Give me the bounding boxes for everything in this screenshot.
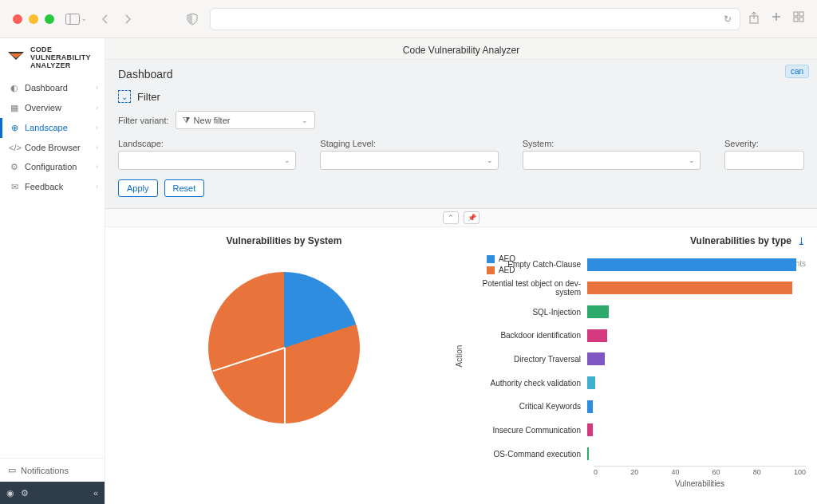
sidebar-item-feedback[interactable]: ✉ Feedback › bbox=[0, 177, 105, 197]
funnel-icon: ⧩ bbox=[183, 115, 190, 125]
sidebar-item-dashboard[interactable]: ◐ Dashboard › bbox=[0, 78, 105, 98]
address-bar[interactable]: ↻ bbox=[210, 8, 740, 30]
notifications-link[interactable]: ▭ Notifications bbox=[0, 458, 105, 482]
x-tick: 80 bbox=[753, 468, 761, 476]
logo-text: CODE VULNERABILITY ANALYZER bbox=[30, 46, 91, 70]
app-title-bar: Code Vulnerability Analyzer bbox=[105, 38, 817, 60]
chevron-right-icon: › bbox=[96, 104, 98, 112]
chevron-down-icon: ⌄ bbox=[284, 156, 290, 164]
svg-rect-4 bbox=[799, 12, 803, 16]
minimize-window-button[interactable] bbox=[29, 14, 38, 24]
sidebar-item-label: Code Browser bbox=[25, 143, 81, 152]
vulnerabilities-by-type-panel: Vulnerabilities by type ⤓ nts Action Emp… bbox=[460, 235, 806, 488]
collapse-panel-icon[interactable]: ⌃ bbox=[443, 211, 459, 224]
sidebar-item-label: Overview bbox=[25, 103, 61, 112]
share-icon[interactable] bbox=[748, 11, 760, 26]
bar-row[interactable]: OS-Command execution bbox=[464, 445, 806, 463]
new-tab-icon[interactable] bbox=[771, 11, 782, 26]
bar bbox=[587, 447, 589, 460]
bar-row[interactable]: SQL-Injection bbox=[464, 303, 806, 321]
chart-title: Vulnerabilities by System bbox=[116, 235, 452, 246]
bar-label: Empty Catch-Clause bbox=[464, 260, 587, 269]
svg-rect-5 bbox=[794, 18, 798, 22]
page-title: Dashboard bbox=[118, 68, 173, 81]
filter-variant-label: Filter variant: bbox=[118, 116, 169, 125]
filter-variant-select[interactable]: ⧩New filter ⌄ bbox=[176, 111, 315, 129]
chevron-right-icon: › bbox=[96, 124, 98, 132]
bar bbox=[587, 423, 593, 436]
svg-rect-6 bbox=[799, 18, 803, 22]
page-header: Dashboard can bbox=[105, 60, 817, 84]
bar-row[interactable]: Backdoor identification bbox=[464, 327, 806, 345]
system-select[interactable]: ⌄ bbox=[523, 151, 701, 170]
chevron-down-icon: ⌄ bbox=[487, 156, 493, 164]
gauge-icon: ◐ bbox=[9, 83, 20, 93]
bar bbox=[587, 400, 593, 413]
bar-row[interactable]: Directory Traversal bbox=[464, 350, 806, 368]
code-icon: </> bbox=[9, 143, 20, 152]
bar-chart[interactable]: Action Empty Catch-ClausePotential test … bbox=[460, 250, 806, 488]
sidebar-item-label: Configuration bbox=[25, 162, 77, 171]
can-button[interactable]: can bbox=[785, 65, 809, 78]
collapse-sidebar-icon[interactable]: « bbox=[93, 488, 98, 498]
bar-row[interactable]: Insecure Communication bbox=[464, 421, 806, 439]
vulnerabilities-by-system-panel: Vulnerabilities by System AEQ AED bbox=[116, 235, 452, 488]
globe-icon: ⊕ bbox=[9, 123, 20, 133]
bar bbox=[587, 352, 605, 365]
pin-panel-icon[interactable]: 📌 bbox=[464, 211, 480, 224]
user-icon[interactable]: ◉ bbox=[6, 488, 14, 498]
sidebar-item-code-browser[interactable]: </> Code Browser › bbox=[0, 138, 105, 157]
y-axis-label: Action bbox=[455, 345, 464, 367]
severity-label: Severity: bbox=[724, 139, 804, 148]
x-tick: 0 bbox=[594, 468, 598, 476]
tabs-overview-icon[interactable] bbox=[793, 11, 804, 26]
landscape-select[interactable]: ⌄ bbox=[118, 151, 296, 170]
maximize-window-button[interactable] bbox=[45, 14, 54, 24]
window-controls bbox=[13, 14, 54, 24]
bar-row[interactable]: Critical Keywords bbox=[464, 398, 806, 415]
bar bbox=[587, 329, 607, 342]
sidebar-item-overview[interactable]: ▦ Overview › bbox=[0, 98, 105, 118]
bar-label: Potential test object on dev-system bbox=[464, 279, 587, 297]
grid-icon: ▦ bbox=[9, 103, 20, 113]
reset-button[interactable]: Reset bbox=[164, 179, 205, 197]
system-label: System: bbox=[523, 139, 701, 148]
browser-chrome: ⌄ ↻ bbox=[0, 0, 817, 38]
logo-icon bbox=[6, 49, 26, 68]
chevron-down-icon: ⌄ bbox=[302, 116, 308, 124]
panel-toolbar: ⌃ 📌 bbox=[105, 209, 817, 227]
settings-icon[interactable]: ⚙ bbox=[21, 488, 29, 498]
forward-button[interactable] bbox=[120, 10, 135, 28]
staging-level-select[interactable]: ⌄ bbox=[320, 151, 498, 170]
sidebar-item-label: Dashboard bbox=[25, 83, 68, 93]
bar-label: OS-Command execution bbox=[464, 450, 587, 459]
severity-input[interactable] bbox=[724, 151, 804, 170]
filter-collapse-toggle[interactable]: ⌄ bbox=[118, 90, 131, 103]
bar-row[interactable]: Potential test object on dev-system bbox=[464, 279, 806, 297]
bell-icon: ▭ bbox=[8, 465, 16, 475]
bar-row[interactable]: Empty Catch-Clause bbox=[464, 256, 806, 274]
chevron-down-icon: ⌄ bbox=[689, 156, 695, 164]
shield-icon[interactable] bbox=[183, 10, 202, 29]
sidebar-item-configuration[interactable]: ⚙ Configuration › bbox=[0, 157, 105, 177]
bar-row[interactable]: Authority check validation bbox=[464, 374, 806, 392]
back-button[interactable] bbox=[98, 10, 112, 28]
export-icon[interactable]: ⤓ bbox=[797, 235, 806, 247]
bar bbox=[587, 376, 595, 389]
pie-chart[interactable] bbox=[208, 272, 360, 423]
bar-label: SQL-Injection bbox=[464, 308, 587, 317]
sidebar-item-landscape[interactable]: ⊕ Landscape › bbox=[0, 118, 105, 138]
main-content: Code Vulnerability Analyzer Dashboard ca… bbox=[105, 38, 817, 504]
sidebar-toggle-icon[interactable]: ⌄ bbox=[62, 10, 90, 28]
bar-label: Critical Keywords bbox=[464, 402, 587, 411]
landscape-label: Landscape: bbox=[118, 139, 296, 148]
filter-bar: ⌄ Filter Filter variant: ⧩New filter ⌄ L… bbox=[105, 84, 817, 209]
bar bbox=[587, 282, 792, 294]
sidebar-footer: ◉ ⚙ « bbox=[0, 482, 105, 504]
app-logo: CODE VULNERABILITY ANALYZER bbox=[0, 38, 105, 78]
filter-title: Filter bbox=[137, 91, 160, 103]
apply-button[interactable]: Apply bbox=[118, 179, 158, 197]
reload-icon[interactable]: ↻ bbox=[724, 14, 732, 25]
close-window-button[interactable] bbox=[13, 14, 22, 24]
svg-rect-3 bbox=[794, 12, 798, 16]
